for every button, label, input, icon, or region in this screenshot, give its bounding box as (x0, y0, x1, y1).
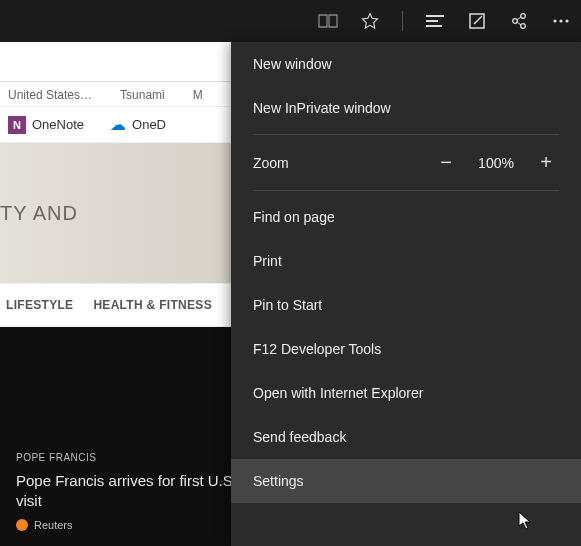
svg-line-8 (517, 17, 521, 20)
menu-find[interactable]: Find on page (231, 195, 581, 239)
zoom-out-button[interactable]: − (433, 151, 459, 174)
onenote-icon: N (8, 116, 26, 134)
menu-new-window[interactable]: New window (231, 42, 581, 86)
menu-new-inprivate[interactable]: New InPrivate window (231, 86, 581, 130)
trending-link[interactable]: Tsunami (120, 88, 165, 102)
news-source-label: Reuters (34, 519, 73, 531)
menu-feedback[interactable]: Send feedback (231, 415, 581, 459)
trending-link[interactable]: M (193, 88, 203, 102)
svg-point-11 (559, 19, 562, 22)
more-menu: New window New InPrivate window Zoom − 1… (231, 42, 581, 546)
share-icon[interactable] (509, 11, 529, 31)
onedrive-icon: ☁ (110, 115, 126, 134)
svg-line-9 (517, 22, 521, 25)
reading-view-icon[interactable] (318, 11, 338, 31)
more-icon[interactable] (551, 11, 571, 31)
web-note-icon[interactable] (467, 11, 487, 31)
menu-print[interactable]: Print (231, 239, 581, 283)
news-card[interactable]: POPE FRANCIS Pope Francis arrives for fi… (0, 327, 260, 546)
hero-text: TY AND (0, 202, 78, 225)
category-tab[interactable]: HEALTH & FITNESS (93, 298, 212, 312)
pinned-app-label: OneNote (32, 117, 84, 132)
menu-devtools[interactable]: F12 Developer Tools (231, 327, 581, 371)
news-headline: Pope Francis arrives for first U.S. visi… (16, 471, 244, 512)
svg-line-4 (474, 16, 482, 24)
pinned-app-onedrive[interactable]: ☁ OneD (110, 115, 166, 134)
menu-separator (253, 134, 559, 135)
news-source: Reuters (16, 519, 244, 531)
zoom-value: 100% (471, 155, 521, 171)
menu-pin[interactable]: Pin to Start (231, 283, 581, 327)
category-tab[interactable]: LIFESTYLE (6, 298, 73, 312)
favorite-star-icon[interactable] (360, 11, 380, 31)
zoom-in-button[interactable]: + (533, 151, 559, 174)
svg-point-12 (565, 19, 568, 22)
svg-point-7 (521, 24, 526, 29)
svg-point-10 (553, 19, 556, 22)
news-category: POPE FRANCIS (16, 452, 244, 463)
menu-open-ie[interactable]: Open with Internet Explorer (231, 371, 581, 415)
pinned-app-onenote[interactable]: N OneNote (8, 116, 84, 134)
menu-settings[interactable]: Settings (231, 459, 581, 503)
zoom-label: Zoom (253, 155, 421, 171)
menu-zoom-row: Zoom − 100% + (231, 139, 581, 186)
menu-separator (253, 190, 559, 191)
svg-point-6 (521, 14, 526, 19)
reuters-icon (16, 519, 28, 531)
hub-icon[interactable] (425, 11, 445, 31)
titlebar (0, 0, 581, 42)
pinned-app-label: OneD (132, 117, 166, 132)
svg-point-5 (513, 19, 518, 24)
trending-link[interactable]: United States… (8, 88, 92, 102)
separator (402, 11, 403, 31)
